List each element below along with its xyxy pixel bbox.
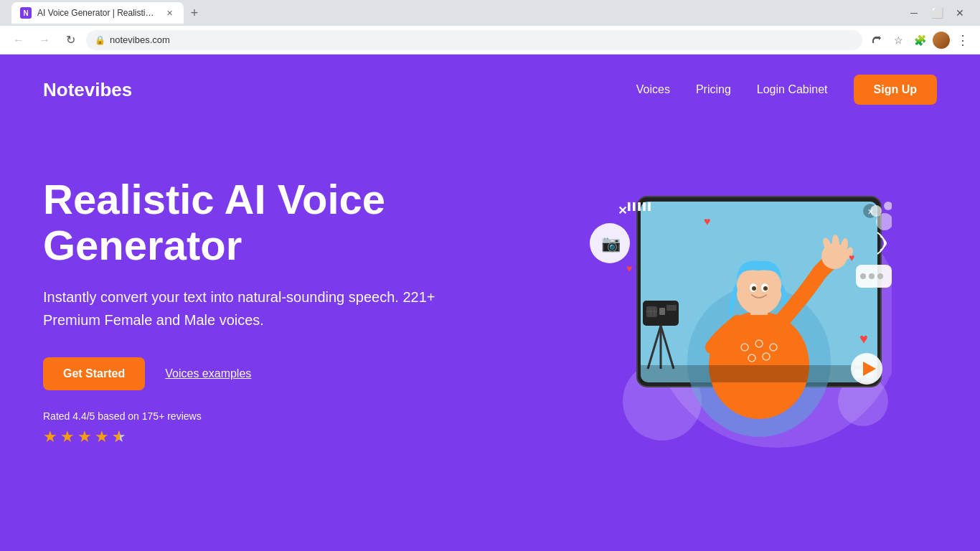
nav-links: Voices Pricing Login Cabinet Sign Up bbox=[636, 75, 937, 105]
lock-icon: 🔒 bbox=[95, 35, 105, 45]
active-tab[interactable]: N AI Voice Generator | Realistic Tex... … bbox=[11, 2, 184, 24]
star-2: ★ bbox=[60, 428, 75, 446]
svg-rect-33 bbox=[641, 365, 877, 382]
svg-rect-25 bbox=[659, 308, 665, 315]
rating-text: Rated 4.4/5 based on 175+ reviews bbox=[43, 410, 459, 422]
minimize-icon[interactable]: ─ bbox=[905, 4, 923, 22]
tab-favicon: N bbox=[20, 7, 32, 19]
forward-button[interactable]: → bbox=[34, 30, 55, 50]
svg-point-20 bbox=[770, 344, 777, 351]
window-controls: ─ ⬜ ✕ bbox=[905, 4, 974, 22]
address-bar[interactable]: 🔒 notevibes.com bbox=[86, 30, 862, 50]
hero-illustration: ✕ ✕ ▌▌▌▌▌ 📷 ♥ ♥ ♥ ♥ bbox=[488, 139, 937, 484]
new-tab-button[interactable]: + bbox=[184, 2, 205, 24]
svg-point-44 bbox=[869, 273, 875, 279]
voices-examples-link[interactable]: Voices examples bbox=[165, 367, 251, 380]
svg-rect-24 bbox=[646, 306, 657, 317]
reload-button[interactable]: ↻ bbox=[60, 30, 80, 50]
nav-voices[interactable]: Voices bbox=[636, 83, 670, 96]
menu-button[interactable]: ⋮ bbox=[954, 32, 971, 49]
url-text: notevibes.com bbox=[110, 34, 854, 45]
svg-point-45 bbox=[877, 273, 883, 279]
tab-close-button[interactable]: ✕ bbox=[164, 7, 175, 19]
hero-section: Realistic AI Voice Generator Instantly c… bbox=[0, 125, 980, 484]
extensions-icon[interactable]: 🧩 bbox=[911, 32, 928, 49]
svg-point-11 bbox=[752, 286, 756, 291]
main-nav: Notevibes Voices Pricing Login Cabinet S… bbox=[0, 55, 980, 125]
hero-buttons: Get Started Voices examples bbox=[43, 357, 459, 390]
svg-point-18 bbox=[741, 344, 748, 351]
illustration-svg: ✕ ✕ ▌▌▌▌▌ 📷 ♥ ♥ ♥ ♥ bbox=[533, 157, 892, 466]
browser-tabs: N AI Voice Generator | Realistic Tex... … bbox=[6, 2, 211, 24]
svg-text:▌▌▌▌▌: ▌▌▌▌▌ bbox=[628, 202, 653, 212]
star-rating: ★ ★ ★ ★ ★ ★ bbox=[43, 428, 459, 446]
browser-toolbar: ← → ↻ 🔒 notevibes.com ☆ 🧩 ⋮ bbox=[0, 26, 980, 55]
svg-text:♥: ♥ bbox=[626, 263, 632, 274]
tab-title: AI Voice Generator | Realistic Tex... bbox=[37, 8, 158, 18]
star-5: ★ ★ bbox=[112, 428, 126, 446]
browser-chrome: N AI Voice Generator | Realistic Tex... … bbox=[0, 0, 980, 55]
svg-text:✕: ✕ bbox=[618, 204, 627, 217]
hero-title: Realistic AI Voice Generator bbox=[43, 176, 459, 268]
svg-point-19 bbox=[755, 340, 763, 347]
star-bookmark-icon[interactable]: ☆ bbox=[890, 32, 907, 49]
site-logo[interactable]: Notevibes bbox=[43, 79, 132, 101]
svg-text:📷: 📷 bbox=[601, 234, 621, 253]
signup-button[interactable]: Sign Up bbox=[854, 75, 937, 105]
svg-point-22 bbox=[763, 353, 770, 360]
svg-rect-26 bbox=[666, 305, 677, 311]
svg-text:♥: ♥ bbox=[849, 252, 854, 263]
hero-subtitle: Instantly convert your text into natural… bbox=[43, 286, 459, 331]
profile-icon[interactable] bbox=[933, 32, 950, 49]
star-1: ★ bbox=[43, 428, 57, 446]
restore-icon[interactable]: ⬜ bbox=[928, 4, 946, 22]
share-icon[interactable] bbox=[868, 32, 885, 49]
toolbar-right-controls: ☆ 🧩 ⋮ bbox=[868, 32, 971, 49]
star-3: ★ bbox=[77, 428, 92, 446]
website-content: Notevibes Voices Pricing Login Cabinet S… bbox=[0, 55, 980, 551]
hero-text: Realistic AI Voice Generator Instantly c… bbox=[43, 176, 459, 446]
svg-point-43 bbox=[860, 273, 866, 279]
nav-pricing[interactable]: Pricing bbox=[696, 83, 731, 96]
browser-titlebar: N AI Voice Generator | Realistic Tex... … bbox=[0, 0, 980, 26]
svg-text:♥: ♥ bbox=[859, 331, 868, 347]
svg-text:♥: ♥ bbox=[704, 215, 711, 227]
svg-point-21 bbox=[748, 354, 755, 362]
star-4: ★ bbox=[95, 428, 109, 446]
nav-login[interactable]: Login Cabinet bbox=[757, 83, 828, 96]
svg-point-8 bbox=[736, 265, 782, 315]
hero-title-line2: Generator bbox=[43, 222, 242, 268]
hero-title-line1: Realistic AI Voice bbox=[43, 176, 385, 222]
svg-point-54 bbox=[884, 202, 892, 210]
svg-point-12 bbox=[763, 286, 768, 291]
get-started-button[interactable]: Get Started bbox=[43, 357, 145, 390]
close-window-icon[interactable]: ✕ bbox=[951, 4, 969, 22]
back-button[interactable]: ← bbox=[9, 30, 29, 50]
